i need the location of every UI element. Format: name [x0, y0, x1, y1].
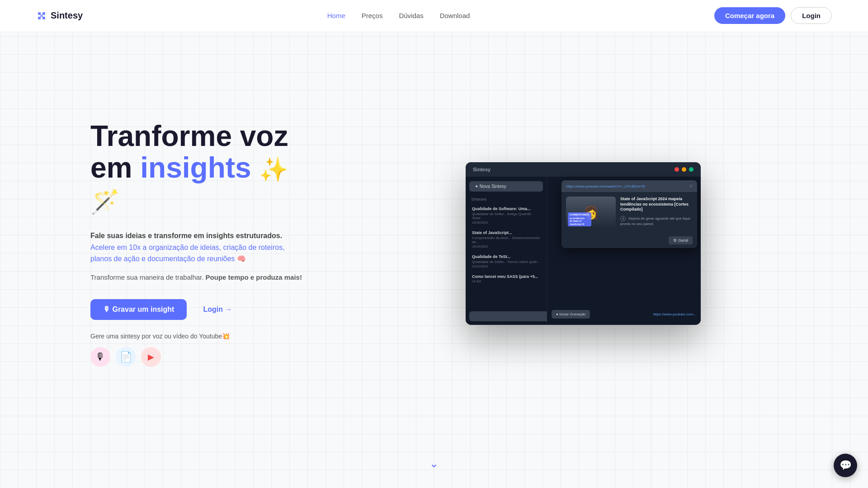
hero-title-line2-plain: em — [90, 151, 140, 184]
sidebar-item-1[interactable]: Qualidade de Software: Uma... Qualidade … — [469, 204, 543, 226]
sidebar-item-2-date: 14/10/2024 — [472, 245, 540, 248]
hero-subtitle: Fale suas ideias e transforme em insight… — [90, 230, 307, 265]
sidebar-item-4-date: 14 Set — [472, 280, 540, 283]
yt-link: https://www.youtube.com... — [653, 312, 696, 316]
mic-icon-circle: 🎙 — [90, 347, 110, 367]
modal-info: State of JavaScript 2024 mapeia tendênci… — [620, 197, 693, 228]
app-window: Sintesy ✦ Nova Sintesy Sinteses Qualidad… — [466, 162, 701, 325]
modal-title: State of JavaScript 2024 mapeia tendênci… — [620, 197, 693, 212]
sidebar-item-2-sub: Compreensão da Ared... Desenvolvimento d… — [472, 236, 540, 244]
hero-buttons: 🎙 Gravar um insight Login → — [90, 299, 307, 320]
hero-subtitle-blue: Acelere em 10x a organização de ideias, … — [90, 244, 285, 263]
nav-duvidas[interactable]: Dúvidas — [399, 12, 423, 19]
window-maximize[interactable] — [689, 167, 693, 172]
sidebar-item-1-title: Qualidade de Software: Uma... — [472, 206, 540, 211]
brand-name: Sintesy — [51, 10, 83, 21]
sidebar-item-3[interactable]: Qualidade de TeSt... Qualidade de Softw.… — [469, 252, 543, 270]
chat-bubble-button[interactable]: 💬 — [834, 454, 857, 477]
modal-desc: ℹ Depois de gerar aguarde até que fique … — [620, 216, 693, 226]
yt-icon-circle: ▶ — [141, 347, 161, 367]
modal-url-text: https://www.youtube.com/watch?v=_CFl-lB2… — [566, 184, 645, 188]
sidebar-item-1-sub: Qualidade de Softw... Antigo Quando Tela… — [472, 212, 540, 220]
modal-thumbnail: 👩 COMENTAMOS as tendênciasdo State ofJav… — [566, 197, 616, 228]
nav-actions: Começar agora Login — [714, 7, 832, 24]
nav-download[interactable]: Download — [440, 12, 470, 19]
upgrade-button[interactable]: 🔒 Faça Upgrade para o PRO ✦ — [469, 311, 547, 321]
hero-icons: 🎙 📄 ▶ — [90, 347, 307, 367]
modal-url-bar: https://www.youtube.com/watch?v=_CFl-lB2… — [561, 180, 697, 192]
hero-section: Tranforme voz em insights ✨🪄 Fale suas i… — [0, 31, 868, 438]
hero-subtitle-bold: Fale suas ideias e transforme em insight… — [90, 232, 282, 239]
scroll-indicator[interactable]: ⌄ — [429, 457, 439, 470]
app-sidebar: ✦ Nova Sintesy Sinteses Qualidade de Sof… — [466, 177, 547, 323]
nav-precos[interactable]: Preços — [362, 12, 383, 19]
nav-home[interactable]: Home — [327, 12, 345, 19]
app-main: https://www.youtube.com/watch?v=_CFl-lB2… — [547, 177, 701, 323]
chat-icon: 💬 — [840, 460, 852, 471]
geral-button[interactable]: ⚙ Geral — [669, 236, 693, 244]
sidebar-item-2[interactable]: State of JavaScript... Compreensão da Ar… — [469, 228, 543, 250]
hero-desc: Transforme sua maneira de trabalhar. Pou… — [90, 272, 307, 283]
record-bar: ● Iniciar Gravação https://www.youtube.c… — [552, 310, 696, 319]
sidebar-item-1-date: 14/10/2024 — [472, 221, 540, 224]
logo-icon — [36, 10, 47, 21]
hero-title: Tranforme voz em insights ✨🪄 — [90, 120, 307, 216]
record-insight-button[interactable]: 🎙 Gravar um insight — [90, 299, 187, 320]
hero-subtitle-emoji: 🧠 — [237, 255, 246, 263]
hero-title-line1: Tranforme voz — [90, 120, 288, 152]
modal-close-button[interactable]: × — [689, 183, 693, 189]
thumbnail-overlay: COMENTAMOS as tendênciasdo State ofJavaS… — [568, 212, 591, 227]
window-controls — [675, 167, 693, 172]
hero-desc-plain: Transforme sua maneira de trabalhar. — [90, 273, 203, 281]
window-minimize[interactable] — [682, 167, 686, 172]
sidebar-item-4-title: Como lancei meu SASS (para +5... — [472, 274, 540, 279]
hero-generate-text: Gere uma sintesy por voz ou vídeo do You… — [90, 333, 307, 340]
app-title-label: Sintesy — [473, 167, 491, 172]
record-start-button[interactable]: ● Iniciar Gravação — [552, 310, 590, 319]
info-icon: ℹ — [620, 216, 626, 221]
new-sintesy-button[interactable]: ✦ Nova Sintesy — [469, 181, 543, 192]
login-button-nav[interactable]: Login — [791, 7, 832, 24]
modal-footer: ⚙ Geral — [561, 233, 697, 248]
sidebar-item-4[interactable]: Como lancei meu SASS (para +5... 14 Set — [469, 272, 543, 285]
sidebar-item-2-title: State of JavaScript... — [472, 230, 540, 235]
sidebar-label: Sinteses — [469, 197, 543, 202]
sidebar-item-3-date: 01/01/2024 — [472, 265, 540, 268]
login-arrow-button[interactable]: Login → — [194, 299, 241, 320]
navbar: Sintesy Home Preços Dúvidas Download Com… — [0, 0, 868, 31]
hero-text: Tranforme voz em insights ✨🪄 Fale suas i… — [90, 120, 307, 367]
nav-links: Home Preços Dúvidas Download — [327, 12, 470, 19]
hero-desc-bold: Poupe tempo e produza mais! — [206, 273, 302, 281]
app-titlebar: Sintesy — [466, 162, 701, 177]
app-modal: https://www.youtube.com/watch?v=_CFl-lB2… — [561, 180, 697, 248]
hero-title-highlight: insights — [140, 151, 251, 184]
sidebar-item-3-title: Qualidade de TeSt... — [472, 254, 540, 259]
logo[interactable]: Sintesy — [36, 10, 83, 21]
hero-visual: Sintesy ✦ Nova Sintesy Sinteses Qualidad… — [335, 162, 832, 325]
sidebar-item-3-sub: Qualidade de Softw... Temos sobre quali.… — [472, 260, 540, 264]
doc-icon-circle: 📄 — [116, 347, 136, 367]
window-close[interactable] — [675, 167, 679, 172]
cta-primary-button[interactable]: Começar agora — [714, 7, 785, 24]
modal-content: 👩 COMENTAMOS as tendênciasdo State ofJav… — [561, 192, 697, 233]
app-body: ✦ Nova Sintesy Sinteses Qualidade de Sof… — [466, 177, 701, 323]
